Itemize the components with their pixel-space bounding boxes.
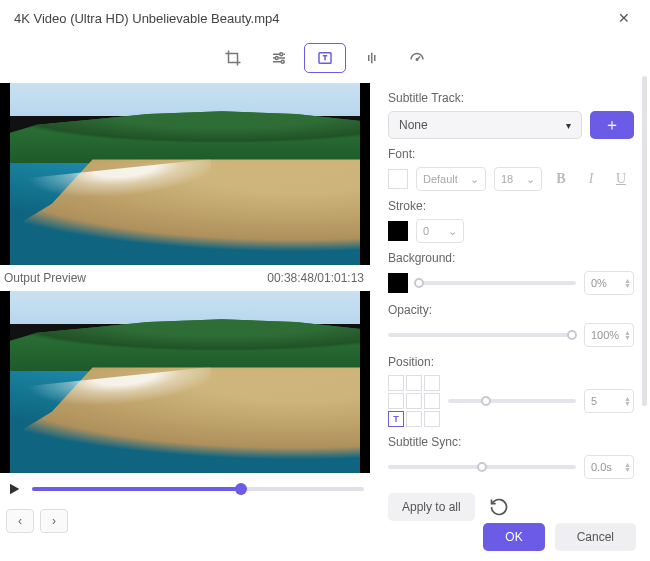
stroke-label: Stroke: xyxy=(388,199,634,213)
font-color-swatch[interactable] xyxy=(388,169,408,189)
prev-button[interactable]: ‹ xyxy=(6,509,34,533)
edit-toolbar xyxy=(0,37,650,83)
original-preview xyxy=(0,83,370,265)
opacity-slider[interactable] xyxy=(388,333,576,337)
position-label: Position: xyxy=(388,355,634,369)
position-cell[interactable] xyxy=(406,393,422,409)
svg-point-2 xyxy=(281,60,284,63)
font-family-value: Default xyxy=(423,173,458,185)
speed-icon[interactable] xyxy=(396,43,438,73)
sync-spinner[interactable]: 0.0s▲▼ xyxy=(584,455,634,479)
scrollbar[interactable] xyxy=(642,76,647,406)
svg-point-1 xyxy=(275,57,278,60)
background-color-swatch[interactable] xyxy=(388,273,408,293)
position-value: 5 xyxy=(591,395,597,407)
opacity-value: 100% xyxy=(591,329,619,341)
stroke-size-select[interactable]: 0⌄ xyxy=(416,219,464,243)
audio-icon[interactable] xyxy=(350,43,392,73)
preview-label: Output Preview xyxy=(4,271,86,285)
output-preview xyxy=(0,291,370,473)
italic-button[interactable]: I xyxy=(580,168,602,190)
bold-button[interactable]: B xyxy=(550,168,572,190)
position-cell[interactable] xyxy=(388,393,404,409)
position-cell[interactable] xyxy=(388,375,404,391)
stroke-value: 0 xyxy=(423,225,429,237)
position-cell[interactable] xyxy=(424,411,440,427)
font-size-value: 18 xyxy=(501,173,513,185)
crop-icon[interactable] xyxy=(212,43,254,73)
svg-point-4 xyxy=(416,59,418,61)
stroke-color-swatch[interactable] xyxy=(388,221,408,241)
background-slider[interactable] xyxy=(416,281,576,285)
background-label: Background: xyxy=(388,251,634,265)
reset-icon[interactable] xyxy=(489,497,509,517)
subtitle-icon[interactable] xyxy=(304,43,346,73)
window-title: 4K Video (Ultra HD) Unbelievable Beauty.… xyxy=(14,11,612,26)
position-spinner[interactable]: 5▲▼ xyxy=(584,389,634,413)
sync-value: 0.0s xyxy=(591,461,612,473)
sync-label: Subtitle Sync: xyxy=(388,435,634,449)
play-button[interactable] xyxy=(6,481,22,497)
font-size-select[interactable]: 18⌄ xyxy=(494,167,542,191)
position-cell-selected[interactable]: T xyxy=(388,411,404,427)
chevron-down-icon: ⌄ xyxy=(448,225,457,238)
subtitle-track-value: None xyxy=(399,118,428,132)
font-family-select[interactable]: Default⌄ xyxy=(416,167,486,191)
add-subtitle-button[interactable]: ＋ xyxy=(590,111,634,139)
apply-to-all-button[interactable]: Apply to all xyxy=(388,493,475,521)
chevron-down-icon: ⌄ xyxy=(526,173,535,186)
next-button[interactable]: › xyxy=(40,509,68,533)
font-label: Font: xyxy=(388,147,634,161)
background-spinner[interactable]: 0%▲▼ xyxy=(584,271,634,295)
position-grid[interactable]: T xyxy=(388,375,440,427)
subtitle-track-label: Subtitle Track: xyxy=(388,91,634,105)
position-cell[interactable] xyxy=(406,375,422,391)
cancel-button[interactable]: Cancel xyxy=(555,523,636,551)
chevron-down-icon: ⌄ xyxy=(470,173,479,186)
seek-slider[interactable] xyxy=(32,487,364,491)
close-icon[interactable]: ✕ xyxy=(612,8,636,28)
underline-button[interactable]: U xyxy=(610,168,632,190)
background-value: 0% xyxy=(591,277,607,289)
preview-time: 00:38:48/01:01:13 xyxy=(267,271,364,285)
position-cell[interactable] xyxy=(424,375,440,391)
position-cell[interactable] xyxy=(406,411,422,427)
opacity-spinner[interactable]: 100%▲▼ xyxy=(584,323,634,347)
sync-slider[interactable] xyxy=(388,465,576,469)
subtitle-track-select[interactable]: None ▾ xyxy=(388,111,582,139)
position-slider[interactable] xyxy=(448,399,576,403)
adjust-icon[interactable] xyxy=(258,43,300,73)
position-cell[interactable] xyxy=(424,393,440,409)
chevron-down-icon: ▾ xyxy=(566,120,571,131)
svg-point-0 xyxy=(280,53,283,56)
ok-button[interactable]: OK xyxy=(483,523,544,551)
opacity-label: Opacity: xyxy=(388,303,634,317)
